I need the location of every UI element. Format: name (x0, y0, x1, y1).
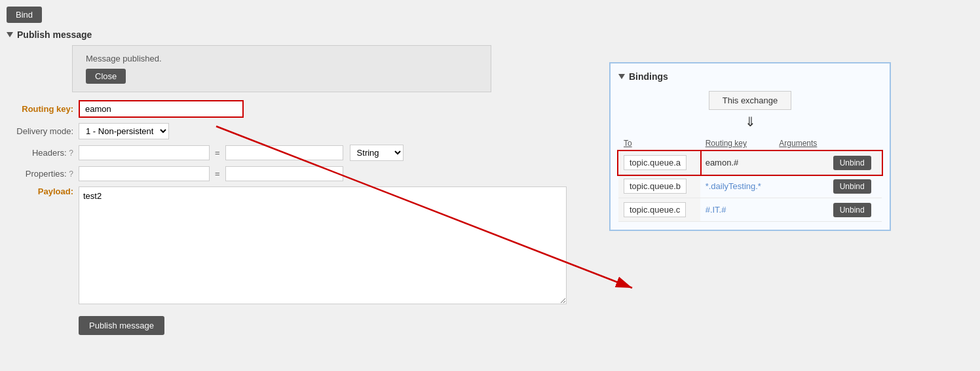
col-actions (828, 136, 882, 151)
bindings-title: Bindings (629, 71, 668, 82)
col-to: To (618, 136, 700, 151)
notification-box: Message published. Close (72, 45, 491, 92)
routing-key-input[interactable] (83, 103, 240, 115)
payload-row: Payload: test2 (7, 186, 596, 304)
page-wrapper: Bind Publish message Message published. … (0, 0, 980, 371)
properties-label: Properties: ? (7, 169, 79, 179)
routing-key-highlight-box (79, 100, 244, 118)
delivery-mode-select[interactable]: 1 - Non-persistent 2 - Persistent (79, 123, 169, 139)
queue-box-1: topic.queue.a (624, 155, 687, 170)
binding-to-2: topic.queue.b (618, 175, 700, 198)
headers-row: Headers: ? = String Number Boolean (7, 145, 596, 161)
publish-message-button[interactable]: Publish message (79, 316, 164, 335)
queue-box-3: topic.queue.c (624, 202, 686, 217)
publish-message-title: Publish message (17, 29, 92, 40)
headers-value-input[interactable] (225, 145, 343, 160)
binding-args-3 (774, 198, 827, 222)
payload-textarea[interactable]: test2 (79, 186, 567, 304)
headers-equals: = (212, 148, 223, 158)
binding-rk-2: *.dailyTesting.* (700, 175, 774, 198)
headers-label: Headers: ? (7, 148, 79, 158)
this-exchange-button[interactable]: This exchange (709, 91, 792, 110)
bindings-header: Bindings (618, 71, 882, 82)
this-exchange-box: This exchange (618, 91, 882, 110)
notification-text: Message published. (86, 54, 478, 63)
properties-inputs: = (79, 166, 343, 181)
properties-help-icon[interactable]: ? (69, 169, 73, 179)
binding-row-2: topic.queue.b *.dailyTesting.* Unbind (618, 175, 882, 198)
binding-args-2 (774, 175, 827, 198)
payload-label: Payload: (7, 186, 79, 196)
col-arguments: Arguments (774, 136, 827, 151)
col-routing-key: Routing key (700, 136, 774, 151)
headers-key-input[interactable] (79, 145, 210, 160)
headers-help-icon[interactable]: ? (69, 149, 73, 158)
bindings-table-header: To Routing key Arguments (618, 136, 882, 151)
delivery-mode-label: Delivery mode: (7, 126, 79, 136)
bindings-table: To Routing key Arguments topic.queue.a e… (618, 136, 882, 222)
binding-row-3: topic.queue.c #.IT.# Unbind (618, 198, 882, 222)
down-arrow: ⇓ (618, 114, 882, 130)
unbind-button-2[interactable]: Unbind (833, 179, 871, 194)
publish-button-area: Publish message (7, 309, 596, 335)
bind-area: Bind (7, 7, 973, 23)
properties-key-input[interactable] (79, 166, 210, 181)
main-row: Publish message Message published. Close… (7, 29, 973, 335)
collapse-icon[interactable] (7, 32, 13, 37)
binding-to-3: topic.queue.c (618, 198, 700, 222)
properties-row: Properties: ? = (7, 166, 596, 181)
unbind-button-1[interactable]: Unbind (833, 156, 871, 170)
binding-rk-1: eamon.# (700, 151, 774, 175)
binding-actions-3: Unbind (828, 198, 882, 222)
properties-equals: = (212, 169, 223, 179)
bind-button[interactable]: Bind (7, 7, 42, 23)
delivery-mode-row: Delivery mode: 1 - Non-persistent 2 - Pe… (7, 123, 596, 139)
routing-key-label: Routing key: (7, 104, 79, 114)
close-button[interactable]: Close (86, 69, 126, 84)
queue-box-2: topic.queue.b (624, 179, 687, 194)
publish-message-header: Publish message (7, 29, 596, 40)
binding-actions-2: Unbind (828, 175, 882, 198)
binding-args-1 (774, 151, 827, 175)
unbind-button-3[interactable]: Unbind (833, 203, 871, 217)
binding-row-1: topic.queue.a eamon.# Unbind (618, 151, 882, 175)
binding-actions-1: Unbind (828, 151, 882, 175)
bindings-panel: Bindings This exchange ⇓ To Routing key … (609, 62, 891, 231)
properties-value-input[interactable] (225, 166, 343, 181)
binding-rk-3: #.IT.# (700, 198, 774, 222)
routing-key-row: Routing key: (7, 100, 596, 118)
left-panel: Publish message Message published. Close… (7, 29, 596, 335)
bindings-collapse-icon[interactable] (618, 74, 625, 79)
headers-inputs: = String Number Boolean (79, 145, 404, 161)
headers-type-select[interactable]: String Number Boolean (350, 145, 404, 161)
binding-to-1: topic.queue.a (618, 151, 700, 175)
